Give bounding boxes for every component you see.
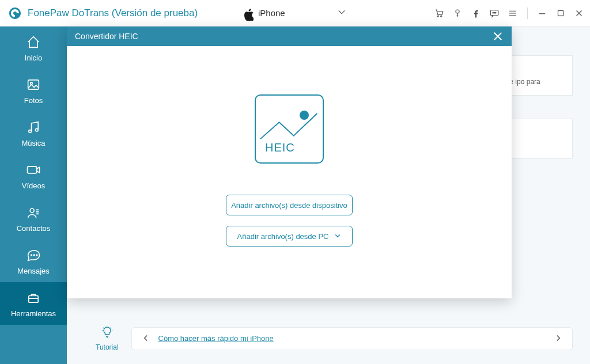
messages-icon [25, 247, 41, 263]
svg-rect-7 [558, 10, 563, 16]
sidebar-item-label: Herramientas [11, 309, 56, 318]
device-name: iPhone [258, 8, 285, 18]
close-icon[interactable] [574, 8, 584, 18]
chevron-down-icon [334, 232, 341, 241]
sidebar-item-videos[interactable]: Vídeos [0, 154, 67, 197]
button-label: Añadir archivo(s) desde dispositivo [231, 201, 347, 210]
divider [527, 7, 528, 19]
svg-point-10 [29, 130, 32, 132]
svg-point-14 [31, 255, 32, 256]
close-icon[interactable] [492, 31, 504, 42]
svg-point-6 [496, 12, 497, 13]
sidebar-item-label: Inicio [25, 54, 42, 62]
tutorial-link[interactable]: Cómo hacer más rápido mi iPhone [158, 334, 274, 343]
svg-point-1 [441, 16, 442, 17]
svg-point-16 [36, 255, 37, 256]
chevron-down-icon [338, 8, 346, 18]
svg-point-13 [30, 208, 34, 213]
add-from-pc-button[interactable]: Añadir archivo(s) desde PC [226, 226, 353, 247]
chevron-left-icon[interactable] [142, 332, 149, 344]
key-icon[interactable] [452, 8, 463, 18]
heic-thumbnail: HEIC [255, 94, 324, 164]
dialog-header: Convertidor HEIC [67, 26, 512, 46]
sidebar: Inicio Fotos Música Vídeos Contactos Men… [0, 26, 67, 364]
sidebar-item-home[interactable]: Inicio [0, 26, 67, 69]
menu-icon[interactable] [508, 8, 518, 18]
heic-converter-dialog: Convertidor HEIC HEIC Añadir archivo(s) … [67, 26, 512, 298]
svg-rect-12 [28, 166, 37, 173]
device-selector[interactable]: iPhone [237, 6, 353, 21]
videos-icon [25, 162, 41, 178]
title-bar: FonePaw DoTrans (Versión de prueba) iPho… [0, 0, 590, 26]
app-title: FonePaw DoTrans (Versión de prueba) [28, 7, 198, 19]
svg-point-5 [494, 12, 495, 13]
tutorial-bar: Tutorial Cómo hacer más rápido mi iPhone [96, 325, 573, 351]
svg-point-11 [36, 128, 39, 131]
sidebar-item-label: Fotos [24, 96, 43, 105]
dot-icon [300, 111, 309, 120]
button-label: Añadir archivo(s) desde PC [237, 232, 329, 241]
sidebar-item-tools[interactable]: Herramientas [0, 282, 67, 325]
svg-point-2 [456, 10, 459, 13]
chevron-right-icon[interactable] [555, 332, 562, 344]
add-from-device-button[interactable]: Añadir archivo(s) desde dispositivo [226, 195, 353, 215]
maximize-icon[interactable] [555, 8, 566, 18]
dialog-title: Convertidor HEIC [75, 32, 138, 41]
cart-icon[interactable] [434, 8, 444, 18]
home-icon [25, 34, 41, 50]
heic-label: HEIC [265, 141, 295, 154]
tutorial-icon-block: Tutorial [96, 325, 119, 351]
contacts-icon [25, 204, 41, 221]
feedback-icon[interactable] [489, 8, 500, 18]
sidebar-item-messages[interactable]: Mensajes [0, 240, 67, 282]
dialog-body: HEIC Añadir archivo(s) desde dispositivo… [67, 46, 512, 298]
sidebar-item-contacts[interactable]: Contactos [0, 197, 67, 240]
svg-rect-8 [28, 79, 39, 89]
sidebar-item-label: Vídeos [22, 181, 45, 190]
svg-rect-17 [29, 295, 38, 302]
facebook-icon[interactable] [471, 8, 481, 18]
svg-point-15 [33, 255, 35, 256]
sidebar-item-photos[interactable]: Fotos [0, 69, 67, 112]
svg-point-4 [493, 12, 494, 13]
tutorial-pill: Cómo hacer más rápido mi iPhone [131, 327, 573, 350]
minimize-icon[interactable] [537, 8, 547, 18]
sidebar-item-label: Contactos [17, 224, 51, 233]
sidebar-item-music[interactable]: Música [0, 112, 67, 154]
title-toolbar [434, 7, 584, 19]
music-icon [25, 119, 41, 135]
lightbulb-icon [100, 325, 114, 343]
sidebar-item-label: Música [21, 139, 45, 147]
sidebar-item-label: Mensajes [17, 267, 50, 275]
app-logo-icon [8, 6, 22, 20]
tools-icon [25, 290, 41, 306]
apple-icon [244, 9, 254, 18]
tutorial-label: Tutorial [96, 343, 119, 351]
svg-point-0 [437, 16, 438, 17]
photos-icon [25, 77, 41, 93]
